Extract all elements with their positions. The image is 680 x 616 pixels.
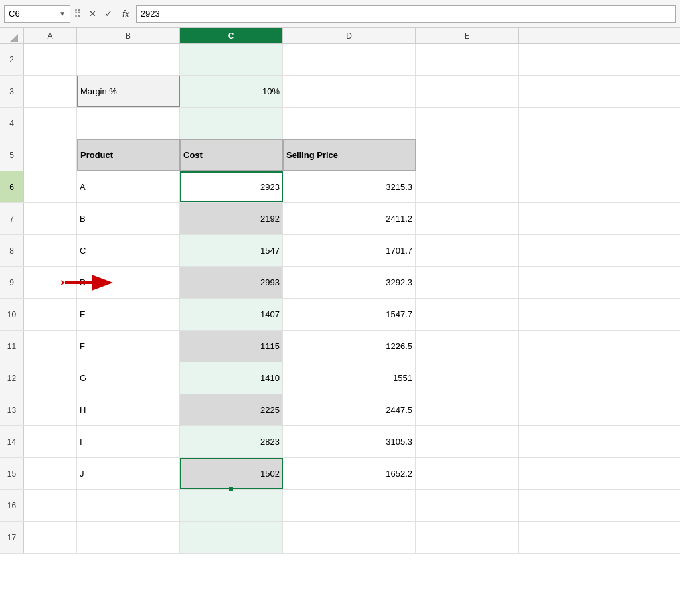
- cell-a14[interactable]: [24, 426, 77, 457]
- cell-b3-margin-label[interactable]: Margin %: [77, 76, 180, 107]
- cell-a10[interactable]: [24, 299, 77, 330]
- row-header-10[interactable]: 10: [0, 299, 24, 330]
- cell-d11[interactable]: 1226.5: [283, 331, 416, 362]
- cell-b10[interactable]: E: [77, 299, 180, 330]
- formula-input[interactable]: [136, 5, 676, 23]
- cell-c14[interactable]: 2823: [180, 426, 283, 457]
- cell-d17[interactable]: [283, 522, 416, 553]
- cell-b16[interactable]: [77, 490, 180, 521]
- fill-handle[interactable]: [229, 487, 233, 491]
- cell-e10[interactable]: [416, 299, 519, 330]
- name-box-dropdown-icon[interactable]: ▼: [59, 10, 66, 17]
- row-header-16[interactable]: 16: [0, 490, 24, 521]
- cell-a7[interactable]: [24, 203, 77, 234]
- cell-d2[interactable]: [283, 44, 416, 75]
- cell-a8[interactable]: [24, 235, 77, 266]
- row-header-7[interactable]: 7: [0, 203, 24, 234]
- col-header-a[interactable]: A: [24, 28, 77, 43]
- cell-e3[interactable]: [416, 76, 519, 107]
- cell-c8[interactable]: 1547: [180, 235, 283, 266]
- cell-c6-active[interactable]: 2923: [180, 171, 283, 202]
- cell-d14[interactable]: 3105.3: [283, 426, 416, 457]
- row-header-13[interactable]: 13: [0, 394, 24, 425]
- cell-a11[interactable]: [24, 331, 77, 362]
- cell-a4[interactable]: [24, 108, 77, 139]
- cell-d5-selling-header[interactable]: Selling Price: [283, 139, 416, 171]
- cell-b7[interactable]: B: [77, 203, 180, 234]
- cell-c11[interactable]: 1115: [180, 331, 283, 362]
- col-header-b[interactable]: B: [77, 28, 180, 43]
- row-header-11[interactable]: 11: [0, 331, 24, 362]
- cell-e11[interactable]: [416, 331, 519, 362]
- cancel-formula-button[interactable]: ✕: [85, 7, 100, 21]
- row-header-8[interactable]: 8: [0, 235, 24, 266]
- cell-e7[interactable]: [416, 203, 519, 234]
- col-header-c[interactable]: C: [180, 28, 283, 43]
- row-header-14[interactable]: 14: [0, 426, 24, 457]
- cell-a3[interactable]: [24, 76, 77, 107]
- cell-c7[interactable]: 2192: [180, 203, 283, 234]
- cell-a2[interactable]: [24, 44, 77, 75]
- cell-a5[interactable]: [24, 139, 77, 171]
- cell-d15[interactable]: 1652.2: [283, 458, 416, 489]
- cell-d12[interactable]: 1551: [283, 362, 416, 394]
- cell-d3[interactable]: [283, 76, 416, 107]
- cell-e5[interactable]: [416, 139, 519, 171]
- col-header-d[interactable]: D: [283, 28, 416, 43]
- name-box[interactable]: C6 ▼: [4, 5, 70, 23]
- cell-b2[interactable]: [77, 44, 180, 75]
- cell-d13[interactable]: 2447.5: [283, 394, 416, 425]
- cell-b14[interactable]: I: [77, 426, 180, 457]
- cell-d8[interactable]: 1701.7: [283, 235, 416, 266]
- cell-b15[interactable]: J: [77, 458, 180, 489]
- cell-e13[interactable]: [416, 394, 519, 425]
- cell-c10[interactable]: 1407: [180, 299, 283, 330]
- row-header-15[interactable]: 15: [0, 458, 24, 489]
- cell-e2[interactable]: [416, 44, 519, 75]
- cell-e14[interactable]: [416, 426, 519, 457]
- cell-b9[interactable]: D: [77, 267, 180, 298]
- cell-e12[interactable]: [416, 362, 519, 394]
- row-header-3[interactable]: 3: [0, 76, 24, 107]
- cell-a6[interactable]: [24, 171, 77, 202]
- cell-b5-product-header[interactable]: Product: [77, 139, 180, 171]
- cell-c2[interactable]: [180, 44, 283, 75]
- cell-c12[interactable]: 1410: [180, 362, 283, 394]
- cell-e6[interactable]: [416, 171, 519, 202]
- cell-c13[interactable]: 2225: [180, 394, 283, 425]
- cell-b12[interactable]: G: [77, 362, 180, 394]
- cell-d7[interactable]: 2411.2: [283, 203, 416, 234]
- cell-e4[interactable]: [416, 108, 519, 139]
- select-all-button[interactable]: [0, 28, 24, 43]
- cell-c4[interactable]: [180, 108, 283, 139]
- row-header-6[interactable]: 6: [0, 171, 24, 202]
- row-header-4[interactable]: 4: [0, 108, 24, 139]
- row-header-2[interactable]: 2: [0, 44, 24, 75]
- cell-e8[interactable]: [416, 235, 519, 266]
- cell-c3-margin-value[interactable]: 10%: [180, 76, 283, 107]
- cell-c15[interactable]: 1502: [180, 458, 283, 489]
- cell-d10[interactable]: 1547.7: [283, 299, 416, 330]
- cell-e17[interactable]: [416, 522, 519, 553]
- cell-b17[interactable]: [77, 522, 180, 553]
- cell-c17[interactable]: [180, 522, 283, 553]
- cell-c9[interactable]: 2993: [180, 267, 283, 298]
- cell-e16[interactable]: [416, 490, 519, 521]
- cell-a16[interactable]: [24, 490, 77, 521]
- confirm-formula-button[interactable]: ✓: [101, 7, 116, 21]
- cell-a12[interactable]: [24, 362, 77, 394]
- cell-a13[interactable]: [24, 394, 77, 425]
- cell-d9[interactable]: 3292.3: [283, 267, 416, 298]
- cell-b11[interactable]: F: [77, 331, 180, 362]
- cell-e15[interactable]: [416, 458, 519, 489]
- cell-e9[interactable]: [416, 267, 519, 298]
- cell-d6[interactable]: 3215.3: [283, 171, 416, 202]
- cell-a15[interactable]: [24, 458, 77, 489]
- cell-b8[interactable]: C: [77, 235, 180, 266]
- cell-b6[interactable]: A: [77, 171, 180, 202]
- row-header-12[interactable]: 12: [0, 362, 24, 394]
- row-header-5[interactable]: 5: [0, 139, 24, 171]
- cell-d16[interactable]: [283, 490, 416, 521]
- cell-b4[interactable]: [77, 108, 180, 139]
- row-header-17[interactable]: 17: [0, 522, 24, 553]
